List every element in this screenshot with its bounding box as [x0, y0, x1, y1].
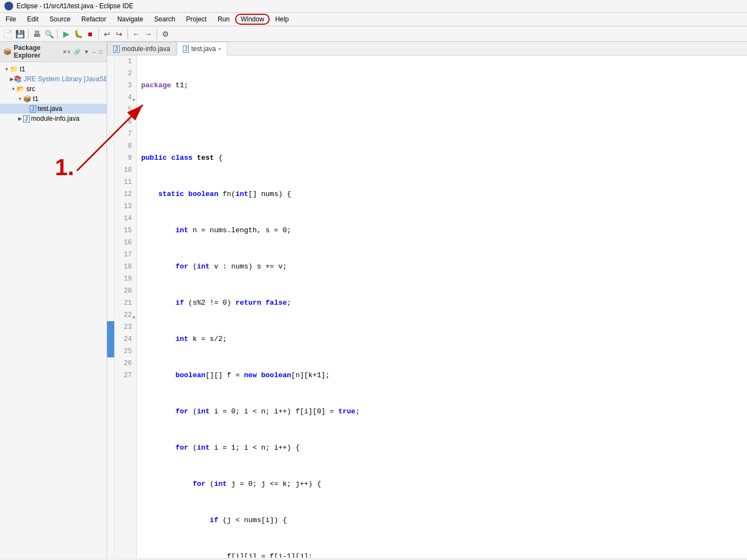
tree-label-test-java: test.java: [38, 105, 63, 113]
menu-source[interactable]: Source: [44, 14, 76, 25]
line-num-8: 8: [117, 140, 132, 152]
menu-window[interactable]: Window: [235, 14, 270, 25]
tree-arrow-jre: ▶: [10, 76, 14, 82]
maximize-btn[interactable]: □: [98, 48, 103, 55]
tab-module-info[interactable]: J module-info.java: [107, 42, 176, 55]
package-icon: 📦: [23, 95, 31, 103]
code-line-3: public class test {: [141, 152, 747, 164]
code-content[interactable]: package t1; public class test { static b…: [137, 55, 747, 558]
toolbar-forward[interactable]: →: [143, 29, 154, 40]
toolbar-run[interactable]: ▶: [60, 29, 71, 40]
code-line-5: int n = nums.length, s = 0;: [141, 225, 747, 237]
toolbar-find[interactable]: 🔍: [43, 29, 54, 40]
tree-item-module-info[interactable]: ▶ J module-info.java: [0, 114, 107, 124]
gutter-22: [107, 309, 114, 321]
toolbar-debug[interactable]: 🐛: [73, 29, 83, 40]
code-line-14: f[i][j] = f[i-1][j];: [141, 551, 747, 558]
src-folder-icon: 📂: [16, 85, 25, 93]
tab-test-java[interactable]: J test.java ×: [177, 42, 227, 55]
tree-arrow-src: ▾: [10, 86, 16, 92]
toolbar-back[interactable]: ←: [131, 29, 142, 40]
gutter-8: [107, 140, 114, 152]
toolbar-print[interactable]: 🖶: [31, 29, 42, 40]
toolbar-sep-4: [127, 29, 128, 39]
code-editor[interactable]: 1 2 3 4 5 6 7 8 9 10 11 12 13 14 15 16 1…: [107, 55, 747, 558]
toolbar-undo[interactable]: ↩: [102, 29, 113, 40]
sidebar-header-icons: ≡ 🔗 ▼ – □: [66, 48, 103, 55]
gutter-13: [107, 200, 114, 212]
minimize-btn[interactable]: –: [91, 48, 97, 55]
menu-edit[interactable]: Edit: [21, 14, 44, 25]
menu-project[interactable]: Project: [181, 14, 212, 25]
code-line-13: if (j < nums[i]) {: [141, 514, 747, 527]
tree-item-project-t1[interactable]: ▾ 📁 t1: [0, 64, 107, 74]
tree-item-package-t1[interactable]: ▾ 📦 t1: [0, 94, 107, 104]
toolbar-sep-1: [28, 29, 29, 39]
menu-run[interactable]: Run: [212, 14, 235, 25]
menu-file[interactable]: File: [0, 14, 21, 25]
toolbar-new[interactable]: 📄: [2, 29, 13, 40]
tree-item-test-java[interactable]: J test.java: [0, 104, 107, 114]
gutter-24: [107, 333, 114, 345]
tab-close-test[interactable]: ×: [218, 46, 221, 52]
sidebar: 📦 Package Explorer × ≡ 🔗 ▼ – □ ▾ 📁 t1 ▶: [0, 42, 107, 558]
line-num-15: 15: [117, 225, 132, 237]
tree-item-src[interactable]: ▾ 📂 src: [0, 84, 107, 94]
code-line-12: for (int j = 0; j <= k; j++) {: [141, 478, 747, 490]
sidebar-title-label: Package Explorer: [14, 44, 59, 59]
line-num-11: 11: [117, 176, 132, 188]
gutter-25: [107, 345, 114, 357]
tree-arrow-module: ▶: [16, 116, 23, 121]
line-num-22: 22: [117, 309, 132, 321]
line-num-19: 19: [117, 273, 132, 285]
gutter-17: [107, 249, 114, 261]
gutter-6: [107, 116, 114, 128]
gutter-19: [107, 273, 114, 285]
gutter-5: [107, 104, 114, 116]
menu-search[interactable]: Search: [149, 14, 181, 25]
gutter-16: [107, 237, 114, 249]
view-menu-btn[interactable]: ▼: [82, 48, 90, 55]
code-line-11: for (int i = 1; i < n; i++) {: [141, 442, 747, 454]
menu-refactor[interactable]: Refactor: [76, 14, 112, 25]
gutter-1: [107, 55, 114, 68]
line-num-5: 5: [117, 104, 132, 116]
sidebar-content: ▾ 📁 t1 ▶ 📚 JRE System Library [JavaSE-19…: [0, 62, 107, 558]
window-title: Eclipse - t1/src/t1/test.java - Eclipse …: [16, 2, 133, 10]
library-icon: 📚: [14, 75, 22, 83]
code-line-8: int k = s/2;: [141, 333, 747, 345]
code-line-10: for (int i = 0; i < n; i++) f[i][0] = tr…: [141, 406, 747, 418]
tree-item-jre[interactable]: ▶ 📚 JRE System Library [JavaSE-19]: [0, 74, 107, 84]
tree-label-src: src: [26, 85, 35, 93]
line-num-6: 6: [117, 116, 132, 128]
collapse-all-btn[interactable]: ≡: [66, 48, 72, 55]
toolbar-save[interactable]: 💾: [14, 29, 25, 40]
tab-label-module: module-info.java: [122, 45, 170, 53]
line-num-26: 26: [117, 357, 132, 369]
gutter-20: [107, 285, 114, 297]
code-line-1: package t1;: [141, 80, 747, 92]
line-num-18: 18: [117, 261, 132, 273]
left-gutter: [107, 55, 115, 558]
toolbar-redo[interactable]: ↪: [114, 29, 125, 40]
link-editor-btn[interactable]: 🔗: [73, 48, 81, 55]
editor-area: J module-info.java J test.java ×: [107, 42, 747, 558]
toolbar-perspective[interactable]: ⚙: [160, 29, 171, 40]
menu-help[interactable]: Help: [270, 14, 294, 25]
package-explorer-icon: 📦: [3, 48, 12, 55]
tree-label-jre: JRE System Library [JavaSE-19]: [24, 75, 107, 83]
menu-navigate[interactable]: Navigate: [112, 14, 148, 25]
line-num-2: 2: [117, 68, 132, 80]
gutter-14: [107, 212, 114, 225]
sidebar-header: 📦 Package Explorer × ≡ 🔗 ▼ – □: [0, 42, 107, 62]
line-num-27: 27: [117, 369, 132, 382]
line-numbers: 1 2 3 4 5 6 7 8 9 10 11 12 13 14 15 16 1…: [115, 55, 137, 558]
gutter-11: [107, 176, 114, 188]
java-file-icon: J: [30, 105, 36, 113]
tree-label-module-info: module-info.java: [31, 115, 80, 122]
gutter-21: [107, 297, 114, 309]
eclipse-icon: [4, 2, 13, 10]
toolbar-stop[interactable]: ■: [85, 29, 96, 40]
gutter-15: [107, 225, 114, 237]
tab-icon-module: J: [113, 46, 120, 53]
